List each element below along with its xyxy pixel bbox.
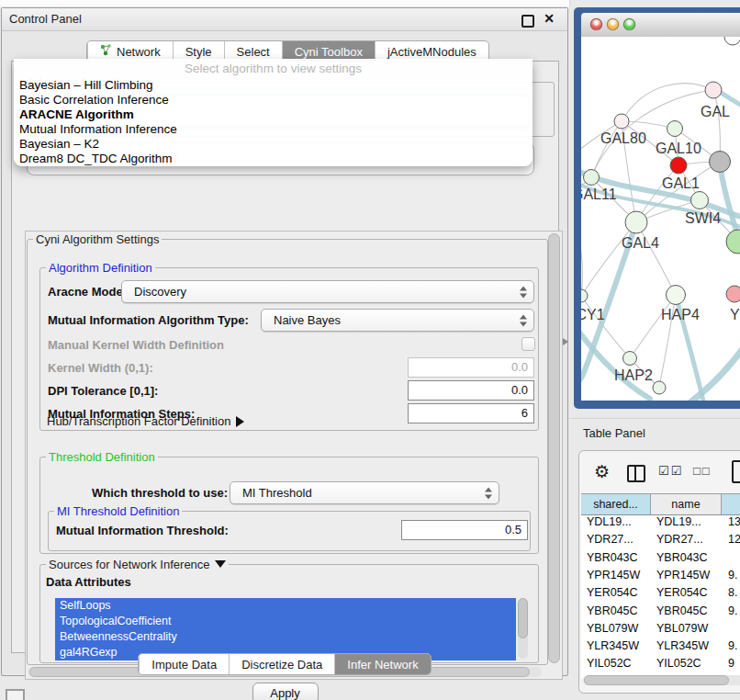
mi-type-combo[interactable]: Naive Bayes <box>261 309 534 332</box>
mi-threshold-label: Mutual Information Threshold: <box>56 524 229 537</box>
table-row[interactable]: YBR045CYBR045C9. <box>581 604 740 622</box>
table-row[interactable]: YBL079WYBL079W <box>581 622 740 639</box>
tab[interactable]: Discretize Data <box>229 654 334 674</box>
table-cell: YDR27... <box>587 533 633 546</box>
dropdown-item[interactable]: Bayesian – Hill Climbing <box>17 78 529 93</box>
table-cell: 13 <box>728 515 740 528</box>
attributes-scrollbar[interactable] <box>518 598 528 659</box>
node-table[interactable]: shared...nameA YDL19...YDL19...13YDR27..… <box>581 493 740 678</box>
network-icon <box>100 44 112 59</box>
control-panel-titlebar: Control Panel ✕ <box>2 8 567 31</box>
panel-divider <box>569 418 740 419</box>
minimize-traffic-light-icon[interactable] <box>607 18 619 30</box>
table-toolbar: ⚙ ☑☑ □□ <box>579 451 740 493</box>
network-edge-thick[interactable] <box>581 325 650 399</box>
tab-label: Network <box>117 45 161 59</box>
settings-vertical-scrollbar[interactable] <box>548 233 560 663</box>
dropdown-item[interactable]: Basic Correlation Inference <box>17 93 529 107</box>
table-row[interactable]: YDL19...YDL19...13 <box>581 515 740 533</box>
deselect-all-checkboxes-icon[interactable]: □□ <box>693 464 712 478</box>
control-panel-window: Control Panel ✕ Network Style Select Cyn… <box>1 7 568 676</box>
sources-title[interactable]: Sources for Network Inference <box>46 558 229 571</box>
collapsed-panel-icon[interactable] <box>6 689 25 700</box>
node-big-green[interactable] <box>726 230 740 254</box>
apply-button[interactable]: Apply <box>252 683 319 700</box>
node-gal-right[interactable] <box>705 82 722 98</box>
node-gal10[interactable] <box>667 121 683 137</box>
float-window-icon[interactable] <box>521 15 534 28</box>
table-row[interactable]: YPR145WYPR145W9. <box>581 569 740 586</box>
select-all-checkboxes-icon[interactable]: ☑☑ <box>658 464 683 478</box>
node-hap4[interactable] <box>667 286 686 305</box>
mi-type-label: Mutual Information Algorithm Type: <box>48 313 249 327</box>
network-graph[interactable]: GALGAL80GAL10GAL1GAL11SWI4GAL4GCY1HAP4YH… <box>581 37 740 401</box>
column-header-name[interactable]: name <box>651 494 722 515</box>
document-icon[interactable] <box>732 460 740 483</box>
network-window-titlebar[interactable] <box>581 13 740 38</box>
scrollbar-thumb[interactable] <box>548 233 560 663</box>
table-cell: YLR345W <box>656 639 709 652</box>
node-gal-right-label: GAL <box>701 104 730 119</box>
scrollbar-thumb[interactable] <box>518 598 528 638</box>
hub-definition-toggle[interactable]: Hub/Transcription Factor Definition <box>47 414 244 428</box>
table-panel: ⚙ ☑☑ □□ shared...nameA YDL19...YDL19...1… <box>578 450 740 694</box>
tab[interactable]: Impute Data <box>139 654 229 674</box>
manual-kernel-checkbox[interactable] <box>521 337 535 351</box>
dropdown-item[interactable]: Dream8 DC_TDC Algorithm <box>17 152 529 166</box>
list-item[interactable]: SelfLoops <box>55 598 516 614</box>
table-row[interactable]: YBR043CYBR043C <box>581 551 740 569</box>
network-edge[interactable] <box>636 222 676 295</box>
zoom-traffic-light-icon[interactable] <box>623 18 635 30</box>
splitpane-collapse-icon[interactable] <box>563 338 568 345</box>
table-row[interactable]: YLR345WYLR345W9. <box>581 639 740 657</box>
aracne-mode-combo[interactable]: Discovery <box>121 280 534 303</box>
table-row[interactable]: YDR27...YDR27...12 <box>581 533 740 550</box>
mi-type-value: Naive Bayes <box>274 313 341 327</box>
kernel-width-field[interactable]: 0.0 <box>408 357 534 378</box>
close-traffic-light-icon[interactable] <box>590 18 602 30</box>
network-edge[interactable] <box>581 222 636 296</box>
node-pink-right[interactable] <box>726 286 740 302</box>
tab-label: Select <box>237 45 270 59</box>
node-gal11[interactable] <box>584 170 600 186</box>
tab[interactable]: Infer Network <box>334 654 430 674</box>
aracne-mode-label: Aracne Mode: <box>48 285 127 299</box>
table-row[interactable]: YIL052CYIL052C9 <box>581 657 740 674</box>
table-row[interactable]: YER054CYER054C8. <box>581 586 740 604</box>
network-edge[interactable] <box>630 295 676 358</box>
dropdown-item[interactable]: ARACNE Algorithm <box>17 107 529 122</box>
dropdown-item[interactable]: Mutual Information Inference <box>17 122 529 137</box>
which-threshold-label: Which threshold to use: <box>92 486 228 500</box>
tab-label: Impute Data <box>151 658 217 672</box>
data-attributes-list[interactable]: SelfLoopsTopologicalCoefficientBetweenne… <box>55 598 516 660</box>
list-item[interactable]: BetweennessCentrality <box>55 629 516 645</box>
mi-steps-field[interactable]: 6 <box>408 403 534 423</box>
node-gal80[interactable] <box>614 114 629 129</box>
table-horizontal-scrollbar[interactable] <box>583 675 740 685</box>
algorithm-definition-group: Algorithm Definition Aracne Mode: Discov… <box>39 267 539 431</box>
node-gcy1[interactable] <box>581 289 588 302</box>
which-threshold-combo[interactable]: MI Threshold <box>230 481 499 504</box>
network-canvas[interactable]: GALGAL80GAL10GAL1GAL11SWI4GAL4GCY1HAP4YH… <box>581 37 740 401</box>
node-swi4[interactable] <box>691 192 709 209</box>
node-gray[interactable] <box>710 152 731 173</box>
node-hap2[interactable] <box>623 352 637 366</box>
dropdown-item[interactable]: Bayesian – K2 <box>17 137 529 152</box>
gear-icon[interactable]: ⚙ <box>594 461 610 482</box>
node-pink-right-label: Y <box>730 307 740 322</box>
node-top[interactable] <box>724 37 740 45</box>
column-header-A[interactable]: A <box>722 494 740 515</box>
column-split-icon[interactable] <box>627 465 645 482</box>
column-header-shared...[interactable]: shared... <box>581 494 651 515</box>
dpi-tolerance-field[interactable]: 0.0 <box>408 380 534 401</box>
scrollbar-thumb[interactable] <box>584 675 729 685</box>
network-edge-thick[interactable] <box>691 344 740 401</box>
node-gal1[interactable] <box>670 157 687 174</box>
network-edge[interactable] <box>581 226 583 296</box>
node-gal4[interactable] <box>625 211 647 233</box>
threshold-definition-group: Threshold Definition Which threshold to … <box>39 457 539 554</box>
mi-threshold-field[interactable]: 0.5 <box>401 520 528 540</box>
list-item[interactable]: TopologicalCoefficient <box>55 614 516 629</box>
close-icon[interactable]: ✕ <box>544 11 555 26</box>
node-bottom[interactable] <box>653 381 666 394</box>
